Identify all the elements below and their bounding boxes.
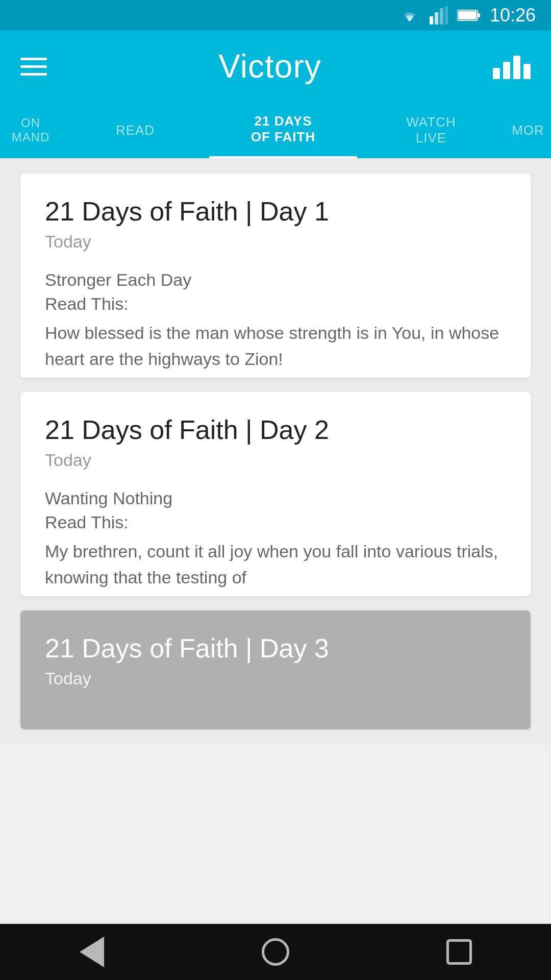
back-button[interactable] — [66, 924, 117, 980]
card-day1[interactable]: 21 Days of Faith | Day 1 Today Stronger … — [20, 174, 531, 378]
wifi-icon — [399, 7, 420, 23]
recent-apps-button[interactable] — [434, 924, 485, 980]
status-icons: 10:26 — [399, 5, 536, 26]
tab-on-demand[interactable]: ONMAND — [0, 102, 61, 158]
app-title: Victory — [218, 47, 321, 85]
svg-rect-1 — [435, 12, 438, 24]
signal-icon — [430, 6, 448, 24]
back-icon — [80, 937, 104, 967]
card-day3[interactable]: 21 Days of Faith | Day 3 Today — [20, 610, 531, 729]
tab-21-days[interactable]: 21 DAYSOF FAITH — [209, 102, 357, 158]
bottom-nav — [0, 924, 551, 980]
card-day1-subtitle: Stronger Each Day — [45, 270, 506, 290]
hamburger-menu-icon[interactable] — [20, 58, 47, 76]
chart-icon[interactable] — [493, 54, 531, 79]
card-day2-subtitle: Wanting Nothing — [45, 488, 506, 508]
card-day3-date: Today — [45, 669, 506, 689]
tab-bar: ONMAND READ 21 DAYSOF FAITH WATCHLIVE MO… — [0, 102, 551, 158]
svg-rect-6 — [458, 11, 477, 19]
status-bar: 10:26 — [0, 0, 551, 31]
card-day2-read-label: Read This: — [45, 512, 506, 532]
card-day2-title: 21 Days of Faith | Day 2 — [45, 414, 506, 445]
status-time: 10:26 — [490, 5, 536, 26]
svg-rect-0 — [430, 16, 433, 24]
card-day2[interactable]: 21 Days of Faith | Day 2 Today Wanting N… — [20, 392, 531, 596]
card-day2-text: My brethren, count it all joy when you f… — [45, 538, 506, 591]
card-day1-text: How blessed is the man whose strength is… — [45, 320, 506, 372]
svg-rect-3 — [445, 6, 448, 24]
card-day1-read-label: Read This: — [45, 294, 506, 314]
home-icon — [262, 938, 289, 966]
home-button[interactable] — [250, 924, 301, 980]
battery-icon — [457, 9, 481, 22]
tab-read[interactable]: READ — [61, 102, 209, 158]
svg-rect-5 — [478, 13, 480, 17]
svg-rect-2 — [440, 8, 443, 24]
card-day1-date: Today — [45, 232, 506, 252]
tab-watch-live[interactable]: WATCHLIVE — [357, 102, 505, 158]
app-bar: Victory — [0, 31, 551, 102]
card-day1-title: 21 Days of Faith | Day 1 — [45, 196, 506, 227]
card-day2-date: Today — [45, 450, 506, 470]
tab-more[interactable]: MOR — [505, 102, 551, 158]
card-day3-title: 21 Days of Faith | Day 3 — [45, 633, 506, 664]
recent-apps-icon — [446, 939, 472, 965]
content-area: 21 Days of Faith | Day 1 Today Stronger … — [0, 158, 551, 745]
